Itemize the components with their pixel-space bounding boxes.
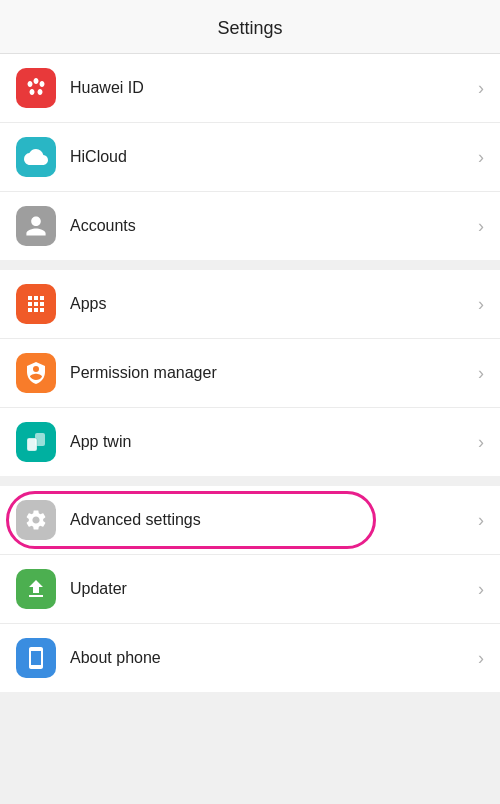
huawei-id-chevron: › bbox=[478, 78, 484, 99]
updater-icon bbox=[24, 577, 48, 601]
advanced-settings-chevron: › bbox=[478, 510, 484, 531]
hicloud-item[interactable]: HiCloud › bbox=[0, 123, 500, 192]
advanced-settings-item[interactable]: Advanced settings › bbox=[0, 486, 500, 555]
svg-rect-1 bbox=[35, 433, 45, 446]
hicloud-label: HiCloud bbox=[70, 148, 478, 166]
apps-chevron: › bbox=[478, 294, 484, 315]
huawei-id-icon bbox=[24, 76, 48, 100]
advanced-settings-icon bbox=[24, 508, 48, 532]
permission-manager-label: Permission manager bbox=[70, 364, 478, 382]
accounts-icon bbox=[24, 214, 48, 238]
app-twin-chevron: › bbox=[478, 432, 484, 453]
advanced-group: Advanced settings › Updater › About phon… bbox=[0, 486, 500, 692]
about-phone-label: About phone bbox=[70, 649, 478, 667]
app-twin-item[interactable]: App twin › bbox=[0, 408, 500, 476]
huawei-id-item[interactable]: Huawei ID › bbox=[0, 54, 500, 123]
apps-group: Apps › Permission manager › App twin › bbox=[0, 270, 500, 476]
huawei-id-icon-wrapper bbox=[16, 68, 56, 108]
about-phone-icon-wrapper bbox=[16, 638, 56, 678]
about-phone-item[interactable]: About phone › bbox=[0, 624, 500, 692]
about-phone-chevron: › bbox=[478, 648, 484, 669]
apps-icon-wrapper bbox=[16, 284, 56, 324]
apps-icon bbox=[24, 292, 48, 316]
accounts-label: Accounts bbox=[70, 217, 478, 235]
hicloud-icon-wrapper bbox=[16, 137, 56, 177]
app-twin-label: App twin bbox=[70, 433, 478, 451]
updater-item[interactable]: Updater › bbox=[0, 555, 500, 624]
accounts-chevron: › bbox=[478, 216, 484, 237]
updater-label: Updater bbox=[70, 580, 478, 598]
permission-manager-item[interactable]: Permission manager › bbox=[0, 339, 500, 408]
about-phone-icon bbox=[24, 646, 48, 670]
account-group: Huawei ID › HiCloud › Accounts › bbox=[0, 54, 500, 260]
updater-chevron: › bbox=[478, 579, 484, 600]
permission-icon bbox=[24, 361, 48, 385]
advanced-settings-label: Advanced settings bbox=[70, 511, 478, 529]
app-twin-icon-wrapper bbox=[16, 422, 56, 462]
page-title-bar: Settings bbox=[0, 0, 500, 54]
accounts-icon-wrapper bbox=[16, 206, 56, 246]
permission-icon-wrapper bbox=[16, 353, 56, 393]
advanced-settings-icon-wrapper bbox=[16, 500, 56, 540]
accounts-item[interactable]: Accounts › bbox=[0, 192, 500, 260]
huawei-id-label: Huawei ID bbox=[70, 79, 478, 97]
app-twin-icon bbox=[24, 430, 48, 454]
hicloud-icon bbox=[24, 145, 48, 169]
permission-manager-chevron: › bbox=[478, 363, 484, 384]
updater-icon-wrapper bbox=[16, 569, 56, 609]
apps-item[interactable]: Apps › bbox=[0, 270, 500, 339]
hicloud-chevron: › bbox=[478, 147, 484, 168]
page-title: Settings bbox=[217, 18, 282, 38]
apps-label: Apps bbox=[70, 295, 478, 313]
